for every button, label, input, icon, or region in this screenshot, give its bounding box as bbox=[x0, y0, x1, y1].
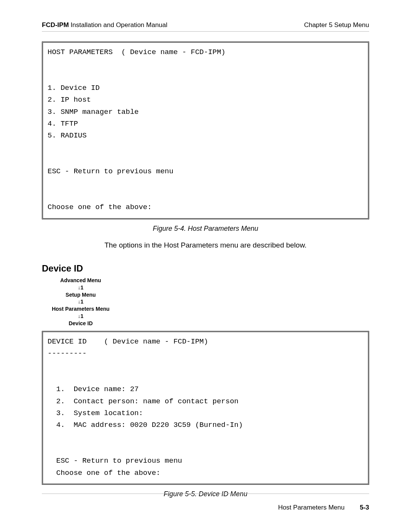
nav-host-parameters-menu: Host Parameters Menu bbox=[35, 305, 126, 313]
menu-breadcrumb: Advanced Menu ↓1 Setup Menu ↓1 Host Para… bbox=[35, 277, 126, 327]
term2-item-device-name: 1. Device name: 27 bbox=[48, 385, 139, 393]
nav-arrow-3: ↓1 bbox=[35, 313, 126, 320]
term1-item-snmp: 3. SNMP manager table bbox=[48, 108, 139, 116]
page-header: FCD-IPM Installation and Operation Manua… bbox=[42, 21, 369, 32]
term2-dash: --------- bbox=[48, 349, 87, 358]
device-id-heading: Device ID bbox=[42, 263, 369, 274]
term2-item-contact-person: 2. Contact person: name of contact perso… bbox=[48, 397, 239, 406]
term1-choose: Choose one of the above: bbox=[48, 203, 152, 211]
term2-title: DEVICE ID ( Device name - FCD-IPM) bbox=[48, 337, 208, 346]
term1-item-radius: 5. RADIUS bbox=[48, 131, 87, 140]
term1-item-tftp: 4. TFTP bbox=[48, 120, 78, 128]
host-parameters-terminal: HOST PARAMETERS ( Device name - FCD-IPM)… bbox=[42, 42, 369, 219]
page-footer: Host Parameters Menu 5-3 bbox=[42, 494, 369, 511]
term2-esc: ESC - Return to previous menu bbox=[48, 457, 182, 465]
figure-5-4-caption: Figure 5-4. Host Parameters Menu bbox=[42, 225, 369, 233]
term2-choose: Choose one of the above: bbox=[48, 469, 160, 477]
product-name: FCD-IPM bbox=[42, 21, 69, 29]
term1-item-ip-host: 2. IP host bbox=[48, 96, 91, 104]
nav-device-id: Device ID bbox=[35, 320, 126, 327]
term1-title: HOST PARAMETERS ( Device name - FCD-IPM) bbox=[48, 48, 225, 56]
nav-setup-menu: Setup Menu bbox=[35, 291, 126, 299]
nav-advanced-menu: Advanced Menu bbox=[35, 277, 126, 284]
term2-item-mac-address: 4. MAC address: 0020 D220 3C59 (Burned-I… bbox=[48, 421, 243, 429]
nav-arrow-2: ↓1 bbox=[35, 298, 126, 305]
header-right: Chapter 5 Setup Menu bbox=[304, 21, 369, 29]
footer-section-title: Host Parameters Menu bbox=[278, 504, 345, 511]
term1-esc: ESC - Return to previous menu bbox=[48, 167, 174, 176]
header-left: FCD-IPM Installation and Operation Manua… bbox=[42, 21, 167, 29]
device-id-terminal: DEVICE ID ( Device name - FCD-IPM) -----… bbox=[42, 331, 369, 485]
intro-text: The options in the Host Parameters menu … bbox=[42, 241, 369, 249]
nav-arrow-1: ↓1 bbox=[35, 284, 126, 291]
term1-item-device-id: 1. Device ID bbox=[48, 84, 100, 92]
manual-title: Installation and Operation Manual bbox=[69, 21, 167, 29]
term2-item-system-location: 3. System location: bbox=[48, 409, 143, 417]
footer-page-number: 5-3 bbox=[360, 504, 369, 511]
